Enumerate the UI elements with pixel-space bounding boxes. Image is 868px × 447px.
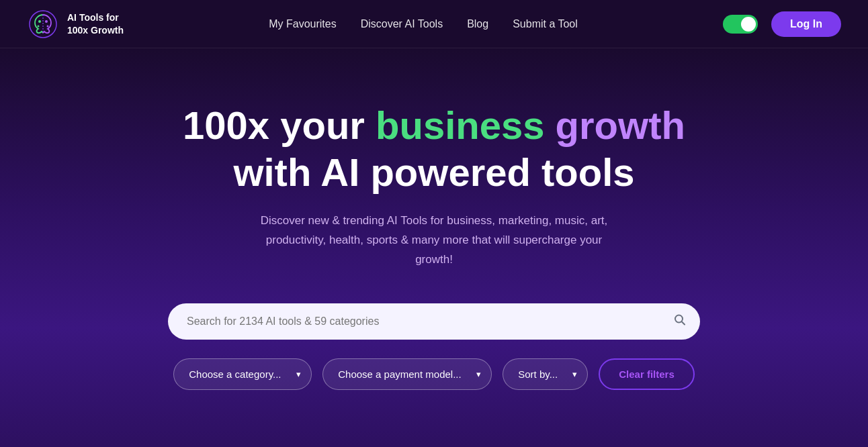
sort-select[interactable]: Sort by... [503, 358, 588, 390]
brain-icon [27, 8, 59, 40]
payment-select-wrapper: Choose a payment model... ▾ [322, 358, 492, 390]
logo-text: AI Tools for 100x Growth [67, 11, 124, 36]
nav-links: My Favourites Discover AI Tools Blog Sub… [269, 18, 578, 30]
toggle-knob [741, 17, 756, 32]
search-container [168, 303, 700, 340]
filters-row: Choose a category... ▾ Choose a payment … [173, 358, 695, 390]
svg-point-5 [47, 25, 49, 27]
nav-right: Log In [723, 11, 841, 37]
nav-submit-tool[interactable]: Submit a Tool [513, 18, 578, 30]
logo[interactable]: AI Tools for 100x Growth [27, 8, 124, 40]
navbar: AI Tools for 100x Growth My Favourites D… [0, 0, 868, 48]
svg-point-2 [38, 20, 41, 23]
login-button[interactable]: Log In [771, 11, 841, 37]
hero-section: 100x your business growth with AI powere… [0, 48, 868, 447]
hero-title-business: business [376, 103, 544, 147]
category-select-wrapper: Choose a category... ▾ [173, 358, 312, 390]
nav-my-favourites[interactable]: My Favourites [269, 18, 336, 30]
nav-discover-ai-tools[interactable]: Discover AI Tools [361, 18, 443, 30]
hero-title-growth: growth [556, 103, 685, 147]
hero-title: 100x your business growth with AI powere… [183, 102, 685, 195]
svg-point-3 [45, 20, 48, 23]
hero-title-space [544, 103, 555, 147]
payment-select[interactable]: Choose a payment model... [322, 358, 492, 390]
search-button[interactable] [673, 313, 687, 330]
nav-blog[interactable]: Blog [467, 18, 488, 30]
hero-subtitle: Discover new & trending AI Tools for bus… [246, 211, 622, 270]
search-wrapper [168, 303, 700, 340]
search-icon [673, 313, 687, 326]
theme-toggle[interactable] [723, 15, 758, 34]
hero-title-line2: with AI powered tools [233, 150, 634, 194]
svg-point-4 [38, 25, 40, 27]
clear-filters-button[interactable]: Clear filters [599, 358, 695, 390]
search-input[interactable] [168, 303, 700, 340]
hero-title-part1: 100x your [183, 103, 376, 147]
sort-select-wrapper: Sort by... ▾ [503, 358, 588, 390]
category-select[interactable]: Choose a category... [173, 358, 312, 390]
